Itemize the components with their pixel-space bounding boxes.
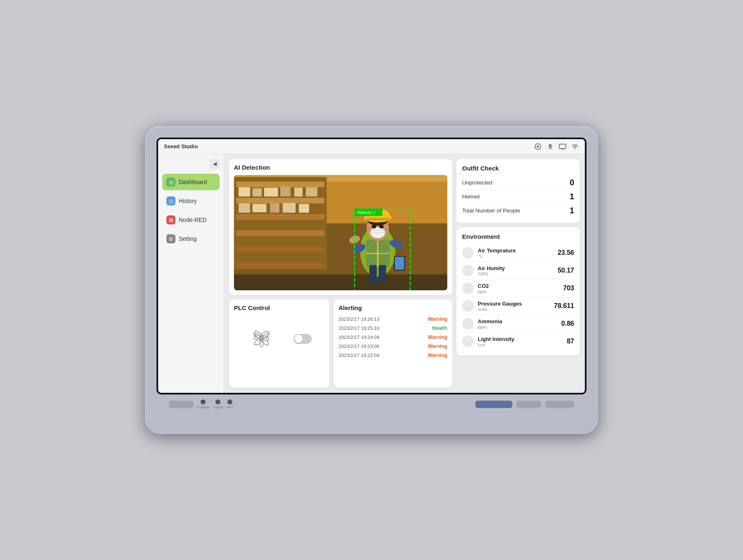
svg-rect-20 bbox=[294, 188, 302, 196]
user-led bbox=[215, 399, 220, 404]
collapse-button[interactable]: ◀ bbox=[210, 159, 220, 169]
environment-title: Environment bbox=[462, 233, 574, 240]
outfit-check-title: Outfit Check bbox=[462, 165, 574, 172]
env-unit: ppm bbox=[478, 324, 557, 329]
env-label: CO2 ppm bbox=[478, 283, 559, 294]
env-row: Air Humity %RH 50.17 bbox=[462, 262, 574, 280]
svg-rect-2 bbox=[559, 144, 566, 149]
env-row: Ammonia ppm 0.86 bbox=[462, 315, 574, 333]
play-icon[interactable] bbox=[534, 142, 542, 151]
env-unit: Lux bbox=[478, 342, 563, 347]
bottom-row: PLC Control bbox=[229, 299, 452, 388]
alert-time: 2023/2/17 19:26:13 bbox=[339, 317, 379, 322]
outfit-row: Unprotected0 bbox=[462, 176, 574, 190]
env-unit: %RH bbox=[478, 271, 554, 276]
history-icon: ◷ bbox=[166, 196, 175, 205]
bluetooth-icon[interactable] bbox=[546, 142, 554, 151]
svg-rect-22 bbox=[238, 203, 250, 213]
alert-row: 2023/2/17 19:25:10 Health bbox=[339, 324, 447, 332]
screen: Seeed Studio bbox=[158, 139, 585, 393]
alert-time: 2023/2/17 19:23:06 bbox=[339, 344, 379, 349]
dashboard-icon: ◎ bbox=[166, 177, 175, 187]
led-power: POWER bbox=[197, 399, 209, 409]
app-body: ◀ ◎ Dashboard ◷ History ⊞ Node-RED bbox=[158, 154, 585, 393]
led-net: NET bbox=[227, 399, 233, 409]
env-row: Pressure Gauges units 78.611 bbox=[462, 297, 574, 315]
brand-name: Seeed Studio bbox=[164, 143, 198, 149]
sidebar-item-dashboard[interactable]: ◎ Dashboard bbox=[162, 174, 220, 190]
svg-rect-17 bbox=[252, 188, 262, 196]
nodered-label: Node-RED bbox=[179, 217, 207, 223]
sidebar-item-setting[interactable]: ⚙ Setting bbox=[162, 231, 220, 247]
alert-row: 2023/2/17 19:22:04 Warning bbox=[339, 352, 447, 359]
env-indicator bbox=[462, 265, 474, 276]
env-row: CO2 ppm 703 bbox=[462, 280, 574, 297]
svg-rect-14 bbox=[236, 247, 325, 252]
left-column: AI Detection bbox=[229, 159, 452, 388]
alert-rows: 2023/2/17 19:26:13 Warning 2023/2/17 19:… bbox=[339, 315, 447, 359]
dashboard-label: Dashboard bbox=[179, 179, 207, 185]
plc-toggle[interactable] bbox=[294, 334, 312, 344]
outfit-row-value: 1 bbox=[570, 206, 574, 215]
setting-label: Setting bbox=[179, 236, 197, 242]
main-content: AI Detection bbox=[224, 154, 585, 393]
setting-icon: ⚙ bbox=[166, 234, 175, 243]
svg-marker-1 bbox=[537, 145, 540, 148]
env-name: CO2 bbox=[478, 283, 559, 289]
env-label: Pressure Gauges units bbox=[478, 301, 550, 312]
svg-rect-26 bbox=[299, 204, 309, 212]
sidebar-item-history[interactable]: ◷ History bbox=[162, 193, 220, 209]
plc-control-card: PLC Control bbox=[229, 299, 329, 388]
bottom-button-right2[interactable] bbox=[545, 401, 574, 408]
env-name: Air Temprature bbox=[478, 247, 554, 254]
env-label: Ammonia ppm bbox=[478, 318, 557, 329]
svg-rect-23 bbox=[252, 204, 266, 212]
alert-status: Warning bbox=[428, 316, 447, 322]
env-label: Air Humity %RH bbox=[478, 265, 554, 276]
net-led bbox=[227, 399, 232, 404]
svg-rect-27 bbox=[234, 274, 447, 290]
env-value: 703 bbox=[563, 285, 574, 292]
svg-point-54 bbox=[260, 337, 263, 339]
device-frame: Seeed Studio bbox=[145, 126, 598, 434]
env-value: 50.17 bbox=[558, 267, 574, 274]
svg-rect-48 bbox=[369, 265, 377, 284]
outfit-row-label: Total Number of People bbox=[462, 208, 520, 214]
alert-row: 2023/2/17 19:24:04 Warning bbox=[339, 334, 447, 341]
env-indicator bbox=[462, 300, 474, 312]
sidebar-item-nodered[interactable]: ⊞ Node-RED bbox=[162, 212, 220, 228]
svg-point-43 bbox=[372, 225, 376, 229]
sidebar: ◀ ◎ Dashboard ◷ History ⊞ Node-RED bbox=[158, 154, 224, 393]
alert-status: Warning bbox=[428, 334, 447, 340]
alert-time: 2023/2/17 19:25:10 bbox=[339, 326, 379, 331]
title-bar: Seeed Studio bbox=[158, 139, 585, 154]
svg-rect-13 bbox=[236, 230, 325, 236]
power-led bbox=[201, 399, 206, 404]
svg-rect-49 bbox=[379, 265, 386, 284]
bottom-button-center[interactable] bbox=[475, 401, 512, 408]
bottom-button-left[interactable] bbox=[169, 401, 194, 408]
outfit-row: Helmet1 bbox=[462, 190, 574, 204]
screen-bezel: Seeed Studio bbox=[157, 138, 586, 394]
environment-card: Environment Air Temprature °C 23.56 Air … bbox=[456, 227, 580, 356]
alert-row: 2023/2/17 19:23:06 Warning bbox=[339, 343, 447, 350]
screen-icon[interactable] bbox=[558, 142, 567, 151]
svg-rect-19 bbox=[280, 187, 291, 197]
svg-rect-15 bbox=[236, 263, 325, 268]
alert-status: Warning bbox=[428, 343, 447, 349]
bottom-button-right1[interactable] bbox=[516, 401, 541, 408]
wifi-icon[interactable] bbox=[571, 142, 579, 151]
env-indicator bbox=[462, 247, 474, 259]
env-name: Ammonia bbox=[478, 318, 557, 324]
env-name: Air Humity bbox=[478, 265, 554, 271]
svg-point-44 bbox=[379, 225, 383, 229]
plc-title: PLC Control bbox=[234, 304, 325, 311]
env-value: 78.611 bbox=[554, 302, 574, 310]
plc-content bbox=[234, 315, 325, 362]
led-group: POWER USER NET bbox=[197, 399, 233, 409]
led-user: USER bbox=[213, 399, 222, 409]
ai-detection-image: Helmet ✓ bbox=[234, 175, 447, 290]
alert-status: Health bbox=[432, 325, 447, 331]
svg-rect-21 bbox=[306, 187, 318, 197]
env-unit: °C bbox=[478, 254, 554, 259]
